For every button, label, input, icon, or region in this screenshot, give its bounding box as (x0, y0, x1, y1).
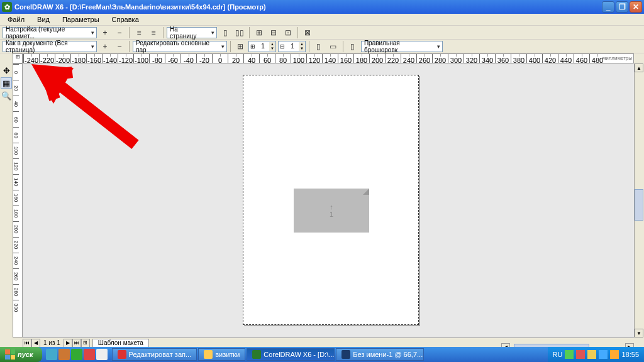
layout-2-icon[interactable]: ▭ (327, 40, 340, 53)
start-button[interactable]: пуск (0, 347, 42, 362)
minimize-button[interactable]: _ (602, 1, 614, 13)
options-1-icon[interactable]: ⊞ (253, 26, 265, 39)
remove-button[interactable]: − (113, 40, 126, 53)
system-tray: RU 18:55 (548, 347, 644, 362)
pick-tool[interactable]: ✥ (1, 65, 12, 76)
rows-spinner[interactable]: ⊞ ▲▼ (248, 41, 276, 52)
align-left-icon[interactable]: ≡ (133, 26, 145, 39)
menu-file[interactable]: Файл (4, 15, 28, 24)
page-mode-dropdown[interactable]: На страницу (167, 27, 217, 38)
page-navigator: ⏮ ◀ 1 из 1 ▶ ⏭ ⊞ Шаблон макета ◀ ▶ (23, 337, 634, 348)
single-page-icon[interactable]: ▯ (219, 26, 231, 39)
first-page-button[interactable]: ⏮ (23, 339, 31, 348)
prev-page-button[interactable]: ◀ (31, 339, 40, 348)
app-icon: ✿ (2, 2, 12, 12)
cols-spinner[interactable]: ⊟ ▲▼ (278, 41, 306, 52)
page-counter: 1 из 1 (40, 339, 64, 346)
rows-input[interactable] (257, 43, 269, 50)
doc-mode-dropdown[interactable]: Как в документе (Вся страница) (3, 41, 97, 52)
binding-dropdown[interactable]: Правильная брошюровк (361, 41, 443, 52)
ql-app3-icon[interactable] (84, 349, 95, 360)
imposition-tool[interactable]: ▦ (1, 77, 12, 89)
clock[interactable]: 18:55 (621, 351, 639, 358)
tray-icon-4[interactable] (599, 350, 608, 359)
task-icon (118, 350, 126, 359)
task-icon (341, 350, 350, 359)
close-button[interactable]: ✕ (630, 1, 642, 13)
task-icon (204, 350, 213, 359)
scroll-thumb[interactable] (635, 189, 643, 221)
page-placeholder: ↑ 1 (294, 189, 369, 233)
ql-app1-icon[interactable] (58, 349, 70, 360)
menubar: Файл Вид Параметры Справка (0, 14, 644, 26)
ql-app4-icon[interactable] (96, 349, 108, 360)
facing-pages-icon[interactable]: ▯▯ (233, 26, 246, 39)
ql-app2-icon[interactable] (71, 349, 82, 360)
tray-icon-2[interactable] (576, 350, 585, 359)
taskbar-task[interactable]: Без имени-1 @ 66,7... (336, 348, 424, 361)
close-preview-icon[interactable]: ⊠ (301, 26, 314, 39)
booklet-icon[interactable]: ▯ (347, 40, 359, 53)
quick-launch (42, 349, 111, 360)
align-right-icon[interactable]: ≡ (147, 26, 160, 39)
menu-help[interactable]: Справка (108, 15, 143, 24)
menu-view[interactable]: Вид (33, 15, 53, 24)
edit-mode-dropdown[interactable]: Редактировать основные пар (133, 41, 227, 52)
page-preview: ↑ 1 (243, 75, 419, 325)
canvas[interactable]: ↑ 1 (23, 63, 634, 337)
tray-icon-1[interactable] (565, 350, 574, 359)
scroll-up-button[interactable]: ▲ (635, 63, 643, 72)
taskbar-task[interactable]: CorelDRAW X6 - [D:\... (247, 348, 335, 361)
task-icon (252, 350, 261, 359)
layout-tab[interactable]: Шаблон макета (92, 339, 149, 348)
tool-panel: ✥ ▦ 🔍 (0, 63, 13, 337)
maximize-button[interactable]: ❐ (616, 1, 628, 13)
vertical-ruler: 0204060801001201401601802002202402602803… (13, 63, 23, 337)
toolbar-1: Настройка (текущие парамет... + − ≡ ≡ На… (0, 26, 644, 40)
scroll-down-button[interactable]: ▼ (635, 329, 643, 337)
remove-preset-button[interactable]: − (113, 26, 126, 39)
language-indicator[interactable]: RU (553, 351, 563, 358)
layout-1-icon[interactable]: ▯ (313, 40, 325, 53)
windows-logo-icon (5, 349, 15, 359)
last-page-button[interactable]: ⏭ (72, 339, 81, 348)
up-arrow-icon: ↑ (330, 203, 333, 211)
vertical-scrollbar[interactable]: ▲ ▼ (634, 63, 644, 337)
add-button[interactable]: + (99, 40, 111, 53)
cols-input[interactable] (286, 43, 299, 50)
taskbar-task[interactable]: визитки (198, 348, 245, 361)
taskbar: пуск Редактироват зап...визиткиCorelDRAW… (0, 347, 644, 362)
tray-icon-3[interactable] (587, 350, 596, 359)
window-title: CorelDRAW X6 - [D:\FreeMan\ЭльМandarino\… (14, 3, 602, 11)
toolbar-2: Как в документе (Вся страница) + − Редак… (0, 40, 644, 53)
titlebar: ✿ CorelDRAW X6 - [D:\FreeMan\ЭльМandarin… (0, 0, 644, 14)
add-page-button[interactable]: ⊞ (81, 339, 90, 348)
menu-options[interactable]: Параметры (58, 15, 103, 24)
options-3-icon[interactable]: ⊡ (282, 26, 294, 39)
page-number: 1 (330, 211, 333, 218)
add-preset-button[interactable]: + (99, 26, 111, 39)
zoom-tool[interactable]: 🔍 (1, 90, 12, 101)
preset-dropdown[interactable]: Настройка (текущие парамет... (3, 27, 97, 38)
options-2-icon[interactable]: ⊟ (267, 26, 280, 39)
horizontal-ruler: -240-220-200-180-160-140-120-100-80-60-4… (23, 53, 634, 63)
next-page-button[interactable]: ▶ (64, 339, 72, 348)
tray-icon-5[interactable] (610, 350, 619, 359)
ql-ie-icon[interactable] (46, 349, 57, 360)
taskbar-task[interactable]: Редактироват зап... (112, 348, 197, 361)
grid-icon[interactable]: ⊞ (234, 40, 247, 53)
